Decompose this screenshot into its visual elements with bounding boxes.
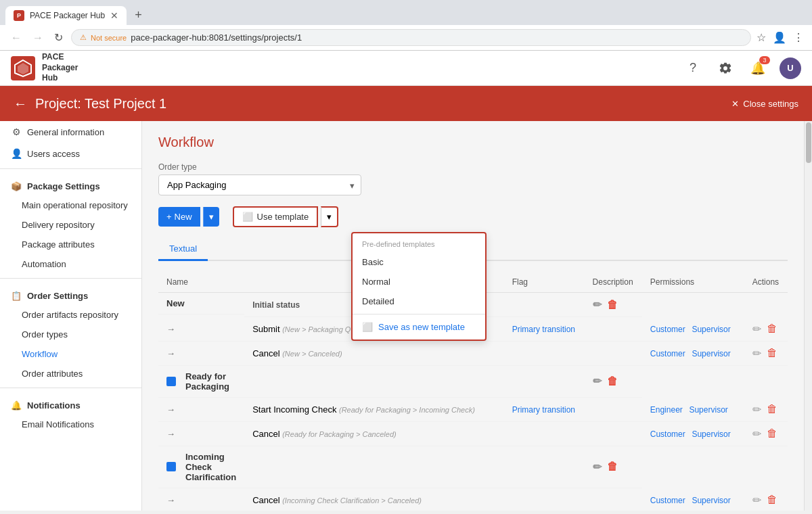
sidebar-item-order-artifacts[interactable]: Order artifacts repository (0, 305, 141, 325)
status-name-new: New (166, 298, 185, 308)
back-navigation-button[interactable]: ← (14, 96, 27, 112)
new-tab-button[interactable]: + (129, 5, 148, 25)
tab-bar: P PACE Packager Hub ✕ + (0, 0, 812, 25)
package-section-icon: 📦 (11, 181, 22, 191)
edit-icon[interactable]: ✏ (752, 427, 761, 440)
transition-flag-cell: Primary transition (504, 317, 585, 342)
edit-icon[interactable]: ✏ (593, 461, 602, 473)
col-description: Description (585, 272, 642, 293)
sidebar-item-workflow[interactable]: Workflow (0, 344, 141, 364)
perm-customer: Customer (650, 349, 685, 358)
table-row: Ready for Packaging ✏ 🗑 (158, 365, 788, 398)
status-name-cell: Ready for Packaging (158, 366, 244, 398)
bookmark-button[interactable]: ☆ (757, 31, 766, 44)
sidebar-item-order-attributes[interactable]: Order attributes (0, 364, 141, 383)
tab-textual[interactable]: Textual (158, 238, 208, 261)
delete-icon[interactable]: 🗑 (607, 299, 618, 311)
sidebar-divider-3 (0, 388, 141, 388)
transition-desc-cell (585, 488, 642, 511)
status-flag-cell (244, 446, 451, 488)
new-dropdown-button[interactable]: ▾ (203, 207, 219, 227)
delete-icon[interactable]: 🗑 (767, 494, 777, 506)
template-dropdown-menu: Pre-defined templates Basic Normal Detai… (351, 232, 487, 341)
edit-icon[interactable]: ✏ (593, 298, 602, 311)
profile-button[interactable]: 👤 (773, 31, 786, 44)
app-header-right: ? 🔔 3 U (682, 57, 801, 79)
sidebar-item-package-attr[interactable]: Package attributes (0, 235, 141, 254)
help-button[interactable]: ? (682, 57, 704, 79)
scrollbar[interactable] (804, 121, 812, 511)
transition-sic-detail: (Ready for Packaging > Incoming Check) (339, 406, 475, 414)
transition-flag-cell (504, 488, 585, 511)
edit-icon[interactable]: ✏ (752, 323, 761, 335)
transition-name-cell: Cancel (Ready for Packaging > Canceled) (244, 421, 504, 446)
transition-sic-name: Start Incoming Check (252, 404, 339, 415)
transition-arrow-cell: → (158, 488, 244, 511)
refresh-button[interactable]: ↻ (51, 30, 66, 45)
app-logo: PACEPackagerHub (11, 52, 78, 84)
sidebar-item-order-types[interactable]: Order types (0, 325, 141, 344)
new-button-label: New (175, 212, 192, 222)
basic-label: Basic (362, 257, 384, 267)
delete-icon[interactable]: 🗑 (767, 323, 777, 335)
browser-toolbar-icons: ☆ 👤 ⋮ (757, 31, 804, 44)
settings-button[interactable] (715, 57, 736, 79)
template-option-detailed[interactable]: Detailed (353, 291, 485, 311)
sidebar-item-general[interactable]: ⚙ General information (0, 121, 141, 143)
delete-icon[interactable]: 🗑 (607, 461, 618, 473)
sidebar-item-users[interactable]: 👤 Users access (0, 143, 141, 164)
perm-supervisor: Supervisor (692, 349, 730, 358)
perm-customer: Customer (650, 325, 685, 334)
back-button[interactable]: ← (8, 30, 24, 45)
transition-desc-cell (585, 341, 642, 365)
status-name-cell: Incoming Check Clarification (158, 446, 244, 488)
scrollbar-thumb[interactable] (806, 122, 811, 163)
tab-close-button[interactable]: ✕ (110, 10, 118, 21)
col-permissions: Permissions (642, 272, 744, 293)
delete-icon[interactable]: 🗑 (767, 347, 777, 359)
menu-button[interactable]: ⋮ (793, 31, 804, 44)
order-type-select[interactable]: App Packaging Custom Order (158, 174, 361, 195)
edit-icon[interactable]: ✏ (752, 403, 761, 416)
page-title: Project: Test Project 1 (35, 96, 731, 112)
close-settings-label: Close settings (743, 99, 798, 109)
sidebar-item-automation[interactable]: Automation (0, 254, 141, 274)
use-template-label: Use template (257, 212, 309, 222)
template-option-normal[interactable]: Normal (353, 272, 485, 291)
transition-submit-name: Submit (252, 324, 282, 334)
delete-icon[interactable]: 🗑 (767, 427, 777, 440)
address-bar[interactable]: ⚠ Not secure pace-packager-hub:8081/sett… (71, 29, 751, 46)
perm-customer: Customer (650, 429, 685, 439)
close-icon: ✕ (731, 99, 739, 109)
status-flag-cell (244, 365, 451, 398)
status-perms-cell (504, 293, 585, 317)
edit-icon[interactable]: ✏ (752, 347, 761, 360)
sidebar-item-email-notif[interactable]: Email Notifications (0, 415, 141, 434)
close-settings-button[interactable]: ✕ Close settings (731, 99, 798, 109)
transition-arrow-cell: → (158, 398, 244, 422)
avatar-button[interactable]: U (780, 57, 801, 79)
transition-cancel2-name: Cancel (252, 429, 282, 439)
new-button[interactable]: + New (158, 207, 200, 227)
transition-name-cell: Start Incoming Check (Ready for Packagin… (244, 398, 504, 422)
use-template-dropdown-button[interactable]: ▾ (321, 206, 338, 227)
col-name: Name (158, 272, 244, 293)
perm-supervisor: Supervisor (692, 496, 730, 505)
template-option-basic[interactable]: Basic (353, 252, 485, 272)
delete-icon[interactable]: 🗑 (607, 375, 618, 388)
sidebar-item-delivery-repo[interactable]: Delivery repository (0, 215, 141, 235)
forward-button[interactable]: → (30, 30, 46, 45)
edit-icon[interactable]: ✏ (752, 494, 761, 507)
status-name-rfp: Ready for Packaging (185, 371, 236, 392)
edit-icon[interactable]: ✏ (593, 375, 602, 388)
notifications-section-label: Notifications (27, 400, 81, 411)
sidebar-item-main-repo[interactable]: Main operational repository (0, 195, 141, 215)
perm-engineer: Engineer (650, 405, 683, 415)
transition-perms-cell: Customer Supervisor (642, 341, 744, 365)
transition-cancel1-detail: (New > Canceled) (282, 350, 342, 358)
col-actions: Actions (744, 272, 788, 293)
save-as-template-item[interactable]: ⬜ Save as new template (353, 317, 485, 337)
delete-icon[interactable]: 🗑 (767, 403, 777, 415)
use-template-button[interactable]: ⬜ Use template (233, 206, 319, 227)
sidebar-divider-2 (0, 278, 141, 279)
